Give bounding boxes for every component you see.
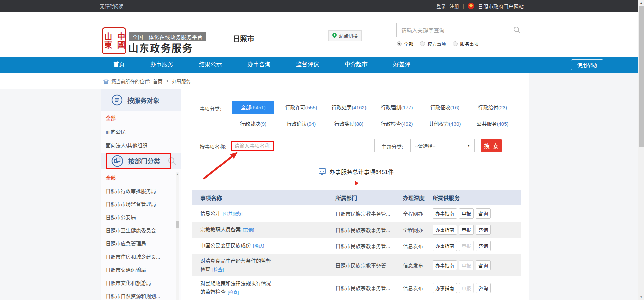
portal-site-link[interactable]: 日照市政府门户网站 xyxy=(478,3,524,10)
table-header: 事项名称 所属部门 办理深度 所提供服务 xyxy=(192,190,521,205)
sidebar-scrollbar-thumb[interactable] xyxy=(176,221,179,228)
separator: | xyxy=(463,3,464,9)
category-tab[interactable]: 行政强制(177) xyxy=(373,101,421,114)
row-action-button[interactable]: 办事指南 xyxy=(433,225,457,235)
row-action-button[interactable]: 咨询 xyxy=(476,260,491,270)
name-filter-label: 按事项名称: xyxy=(200,143,226,150)
nav-item[interactable]: 好差评 xyxy=(380,57,423,73)
site-switch-button[interactable]: 站点切换 xyxy=(328,30,362,41)
row-action-button[interactable]: 咨询 xyxy=(476,225,491,235)
row-action-button[interactable]: 办事指南 xyxy=(433,260,457,270)
row-action-button[interactable]: 办事指南 xyxy=(433,241,457,251)
sidebar-scrollbar-up-arrow[interactable]: ▲ xyxy=(176,172,179,176)
item-category-tag[interactable]: [检查] xyxy=(228,290,239,295)
sidebar-department-item[interactable]: 日照市文化和旅游局 xyxy=(101,276,181,290)
sidebar-item[interactable]: 面向法人/其他组织 xyxy=(101,139,181,153)
row-action-button[interactable]: 申报 xyxy=(459,260,474,270)
item-name-link[interactable]: 中国公民变更民族成份 xyxy=(200,243,251,248)
item-depth: 全程网办 xyxy=(403,226,433,233)
chevron-down-icon: ▼ xyxy=(467,144,470,147)
nav-item[interactable]: 办事咨询 xyxy=(235,57,283,73)
sidebar-item[interactable]: 面向公民 xyxy=(101,125,181,139)
category-tab[interactable]: 全部(6451) xyxy=(232,101,274,114)
keyword-search-input[interactable]: 请输入关键字查询... xyxy=(396,23,525,37)
item-name-link[interactable]: 宗教教职人员备案 xyxy=(200,227,241,232)
row-action-button[interactable]: 申报 xyxy=(459,225,474,235)
nav-item[interactable]: 首页 xyxy=(100,57,138,73)
login-link[interactable]: 登录 xyxy=(436,3,446,9)
search-icon[interactable] xyxy=(513,26,521,34)
item-depth: 信息发布 xyxy=(403,284,433,291)
page-scrollbar[interactable]: ▲ ▼ xyxy=(638,0,644,300)
help-button[interactable]: 使用帮助 xyxy=(571,59,603,70)
row-action-button[interactable]: 办事指南 xyxy=(433,208,457,219)
scrollbar-up-arrow[interactable]: ▲ xyxy=(638,0,644,6)
sidebar-department-item[interactable]: 日照市交通运输局 xyxy=(101,263,181,276)
category-tab[interactable]: 行政征收(16) xyxy=(421,101,469,114)
row-action-button[interactable]: 申报 xyxy=(459,283,474,293)
sidebar-scrollbar-track[interactable] xyxy=(176,172,179,300)
category-tab[interactable]: 其他权力(430) xyxy=(421,117,469,131)
category-tab[interactable]: 行政裁决(9) xyxy=(229,117,277,131)
category-tab[interactable]: 公共服务(405) xyxy=(469,117,517,131)
sidebar-department-item[interactable]: 日照市应急管理局 xyxy=(101,237,181,250)
radio-option[interactable]: 服务事项 xyxy=(453,40,479,47)
search-button[interactable]: 搜 索 xyxy=(481,139,502,152)
category-tab[interactable]: 行政许可(555) xyxy=(277,101,325,114)
item-category-tag[interactable]: [确认] xyxy=(253,243,264,248)
sidebar-department-item[interactable]: 日照市公安局 xyxy=(101,211,181,224)
item-name-link[interactable]: 对清真食品生产经营条件的监督检查 xyxy=(200,258,271,272)
item-department: 日照市民族宗教事务管... xyxy=(335,210,403,217)
category-tab[interactable]: 行政检查(492) xyxy=(373,117,421,131)
nav-item[interactable]: 办事服务 xyxy=(138,57,186,73)
table-row: 对清真食品生产经营条件的监督检查[检查] 日照市民族宗教事务管... 信息发布 … xyxy=(192,254,521,276)
topic-select[interactable]: --请选择-- ▼ xyxy=(410,139,475,152)
services-table: 事项名称 所属部门 办理深度 所提供服务 信息公开[公共服务] 日照市民族宗教事… xyxy=(192,190,521,299)
item-depth: 全程网办 xyxy=(403,210,433,217)
radio-dot[interactable] xyxy=(453,41,458,46)
breadcrumb-home[interactable]: 首页 xyxy=(153,78,163,85)
sidebar-department-item[interactable]: 全部 xyxy=(101,171,181,185)
row-action-button[interactable]: 办事指南 xyxy=(433,283,457,293)
category-tab[interactable]: 行政处罚(4162) xyxy=(325,101,373,114)
accessibility-link[interactable]: 无障碍阅读 xyxy=(100,3,123,9)
row-action-button[interactable]: 咨询 xyxy=(476,241,491,251)
radio-option[interactable]: 权力事项 xyxy=(420,40,446,47)
row-action-button[interactable]: 咨询 xyxy=(476,283,491,293)
breadcrumb-current: 办事服务 xyxy=(172,78,191,85)
main-content: 事项分类: 全部(6451)行政许可(555)行政处罚(4162)行政强制(17… xyxy=(181,89,529,300)
platform-label: 全国一体化在线政务服务平台 xyxy=(129,32,206,41)
home-icon xyxy=(103,78,109,84)
nav-item[interactable]: 结果公示 xyxy=(186,57,235,73)
nav-item[interactable]: 中介超市 xyxy=(332,57,380,73)
row-action-button[interactable]: 咨询 xyxy=(476,208,491,219)
location-pin-icon xyxy=(332,33,337,38)
register-link[interactable]: 注册 xyxy=(449,3,459,9)
item-depth: 信息发布 xyxy=(403,242,433,249)
sidebar-item[interactable]: 全部 xyxy=(101,111,181,125)
scrollbar-thumb[interactable] xyxy=(639,6,644,147)
sidebar-department-item[interactable]: 日照市行政审批服务局 xyxy=(101,185,181,198)
sidebar-department-item[interactable]: 日照市卫生健康委员会 xyxy=(101,224,181,237)
scrollbar-down-arrow[interactable]: ▼ xyxy=(638,294,644,300)
sidebar-department-item[interactable]: 日照市住房和城乡建设... xyxy=(101,250,181,263)
radio-option[interactable]: 全部 xyxy=(397,40,413,47)
item-category-tag[interactable]: [检查] xyxy=(212,267,224,272)
radio-dot[interactable] xyxy=(420,41,425,46)
category-tab[interactable]: 行政给付(23) xyxy=(469,101,517,114)
radio-dot[interactable] xyxy=(397,41,402,46)
item-depth: 信息发布 xyxy=(403,262,433,269)
sidebar-section-service-target: 按服务对象 xyxy=(101,89,181,111)
item-category-tag[interactable]: [其他] xyxy=(243,227,254,232)
nav-item[interactable]: 监督评议 xyxy=(283,57,332,73)
row-action-button[interactable]: 申报 xyxy=(459,241,474,251)
row-action-button[interactable]: 申报 xyxy=(459,208,474,219)
sidebar-department-item[interactable]: 日照市市场监督管理局 xyxy=(101,198,181,211)
sidebar-department-item[interactable]: 日照市自然资源和规划... xyxy=(101,290,181,300)
table-body: 信息公开[公共服务] 日照市民族宗教事务管... 全程网办 办事指南申报咨询 宗… xyxy=(192,205,521,299)
category-tab[interactable]: 行政确认(94) xyxy=(277,117,325,131)
item-name-link[interactable]: 信息公开 xyxy=(200,210,221,216)
category-tab[interactable]: 行政奖励(88) xyxy=(325,117,373,131)
item-category-tag[interactable]: [公共服务] xyxy=(223,211,242,216)
item-department: 日照市民族宗教事务管... xyxy=(335,226,403,233)
